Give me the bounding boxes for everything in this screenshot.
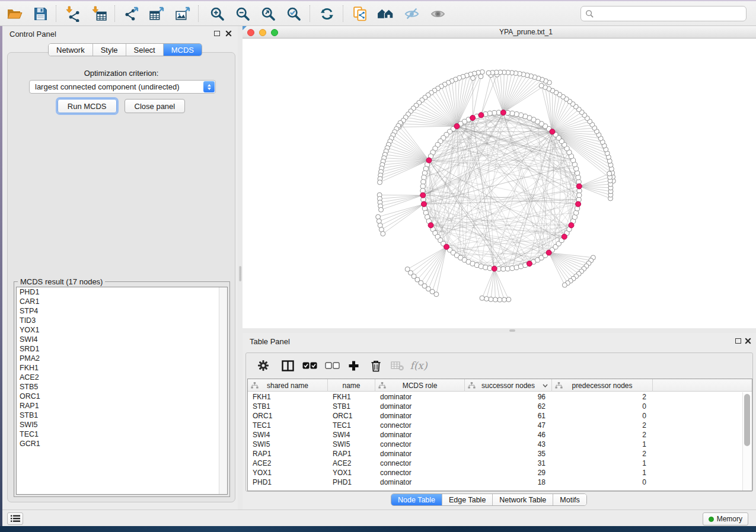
mcds-result-item[interactable]: PMA2 xyxy=(17,354,227,363)
mcds-result-item[interactable]: ORC1 xyxy=(17,392,227,401)
table-row[interactable]: SWI4SWI4dominator462 xyxy=(248,430,752,440)
mcds-result-item[interactable]: YOX1 xyxy=(17,325,227,335)
table-row[interactable]: SWI5SWI5connector431 xyxy=(248,440,752,449)
mcds-result-item[interactable]: STP4 xyxy=(17,306,227,316)
table-row[interactable]: ACE2ACE2connector311 xyxy=(248,459,752,468)
copy-network-button[interactable] xyxy=(349,4,371,24)
add-column-button[interactable] xyxy=(344,357,362,374)
vertical-splitter[interactable] xyxy=(238,26,243,511)
tab-node-table[interactable]: Node Table xyxy=(391,494,442,505)
refresh-button[interactable] xyxy=(316,4,337,24)
horizontal-splitter[interactable] xyxy=(243,328,756,333)
splitter-grip[interactable] xyxy=(239,266,241,281)
close-panel-icon[interactable] xyxy=(745,338,751,344)
table-row[interactable]: PHD1PHD1dominator180 xyxy=(248,477,752,487)
memory-button[interactable]: Memory xyxy=(703,512,748,525)
table-scrollbar[interactable] xyxy=(742,392,751,491)
home-button[interactable] xyxy=(375,4,396,24)
mcds-list-scrollbar[interactable] xyxy=(219,287,227,494)
tab-select[interactable]: Select xyxy=(126,44,164,56)
mcds-result-item[interactable]: SWI4 xyxy=(17,335,227,344)
export-image-button[interactable] xyxy=(172,4,193,24)
mcds-result-item[interactable]: SRD1 xyxy=(17,344,227,354)
close-panel-button[interactable]: Close panel xyxy=(125,99,186,113)
mcds-result-item[interactable]: STB1 xyxy=(17,411,227,420)
close-window-traffic-light[interactable] xyxy=(247,29,254,36)
cell-mcds_role: connector xyxy=(375,421,465,430)
cell-mcds_role: connector xyxy=(375,468,465,477)
delete-column-button[interactable] xyxy=(367,357,385,374)
network-canvas[interactable] xyxy=(243,39,756,328)
select-all-button[interactable] xyxy=(301,357,318,374)
mcds-result-item[interactable]: CAR1 xyxy=(17,297,227,306)
mcds-result-item[interactable]: FKH1 xyxy=(17,363,227,373)
search-input[interactable] xyxy=(580,6,747,21)
function-builder-button[interactable]: f(x) xyxy=(410,357,428,374)
zoom-in-button[interactable] xyxy=(206,4,228,24)
zoom-selected-icon xyxy=(286,6,302,22)
minimize-window-traffic-light[interactable] xyxy=(259,29,266,36)
hierarchy-icon xyxy=(555,382,563,389)
window-focus-corner xyxy=(243,26,247,30)
mcds-result-item[interactable]: RAP1 xyxy=(17,401,227,411)
show-all-button[interactable] xyxy=(427,4,448,24)
mcds-result-list[interactable]: PHD1CAR1STP4TID3YOX1SWI4SRD1PMA2FKH1ACE2… xyxy=(16,287,228,495)
column-header-name[interactable]: name xyxy=(328,379,375,392)
table-row[interactable]: STB1STB1dominator620 xyxy=(248,402,752,411)
deselect-all-button[interactable] xyxy=(323,357,341,374)
dropdown-spinner-icon xyxy=(203,81,215,92)
cell-predecessor_nodes: 1 xyxy=(552,440,653,449)
tab-edge-table[interactable]: Edge Table xyxy=(442,494,493,505)
zoom-fit-button[interactable] xyxy=(257,4,279,24)
tab-mcds[interactable]: MCDS xyxy=(164,44,202,56)
delete-table-button[interactable] xyxy=(388,357,406,374)
table-row[interactable]: ORC1ORC1dominator610 xyxy=(248,411,752,421)
table-settings-button[interactable] xyxy=(254,357,272,374)
save-session-button[interactable] xyxy=(30,4,51,24)
tab-network-table[interactable]: Network Table xyxy=(493,494,553,505)
export-network-icon xyxy=(124,6,140,22)
network-window-titlebar[interactable]: YPA_prune.txt_1 xyxy=(243,26,756,39)
cell-predecessor_nodes: 2 xyxy=(552,392,653,402)
zoom-out-button[interactable] xyxy=(232,4,253,24)
table-row[interactable]: FKH1FKH1dominator962 xyxy=(248,392,752,402)
mcds-result-item[interactable]: TEC1 xyxy=(17,430,227,439)
tab-network[interactable]: Network xyxy=(49,44,93,56)
export-network-button[interactable] xyxy=(121,4,142,24)
mcds-result-item[interactable]: SWI5 xyxy=(17,420,227,430)
table-row[interactable]: YOX1YOX1connector291 xyxy=(248,468,752,477)
hierarchy-icon xyxy=(251,382,259,389)
criterion-value: largest connected component (undirected) xyxy=(35,82,180,91)
mcds-result-item[interactable]: PHD1 xyxy=(17,287,227,297)
splitter-grip[interactable] xyxy=(509,329,515,332)
run-mcds-button[interactable]: Run MCDS xyxy=(58,99,117,113)
column-header-predecessor-nodes[interactable]: predecessor nodes xyxy=(552,379,653,392)
column-header-shared-name[interactable]: shared name xyxy=(248,379,328,392)
criterion-dropdown[interactable]: largest connected component (undirected) xyxy=(29,80,216,94)
float-panel-icon[interactable] xyxy=(214,31,220,36)
column-header-successor-nodes[interactable]: successor nodes xyxy=(465,379,552,392)
tab-motifs[interactable]: Motifs xyxy=(553,494,586,505)
export-table-button[interactable] xyxy=(146,4,167,24)
task-history-button[interactable] xyxy=(7,512,23,525)
mcds-result-item[interactable]: STB5 xyxy=(17,382,227,392)
import-table-button[interactable] xyxy=(88,4,110,24)
tab-style[interactable]: Style xyxy=(93,44,126,56)
scrollbar-thumb[interactable] xyxy=(744,394,750,446)
close-panel-icon[interactable] xyxy=(225,30,232,37)
zoom-selected-button[interactable] xyxy=(283,4,304,24)
column-header-MCDS-role[interactable]: MCDS role xyxy=(375,379,465,392)
table-row[interactable]: TEC1TEC1connector472 xyxy=(248,421,752,430)
network-nodes[interactable] xyxy=(376,69,616,302)
mcds-result-item[interactable]: GCR1 xyxy=(17,439,227,448)
control-panel-header: Control Panel xyxy=(2,26,238,41)
import-network-button[interactable] xyxy=(62,4,84,24)
open-session-button[interactable] xyxy=(4,4,25,24)
mcds-result-item[interactable]: ACE2 xyxy=(17,373,227,382)
table-panel-title: Table Panel xyxy=(250,337,290,346)
show-column-button[interactable] xyxy=(279,357,296,374)
mcds-result-item[interactable]: TID3 xyxy=(17,316,227,325)
float-panel-icon[interactable] xyxy=(735,338,741,344)
table-row[interactable]: RAP1RAP1dominator352 xyxy=(248,449,752,459)
hide-selected-button[interactable] xyxy=(401,4,422,24)
